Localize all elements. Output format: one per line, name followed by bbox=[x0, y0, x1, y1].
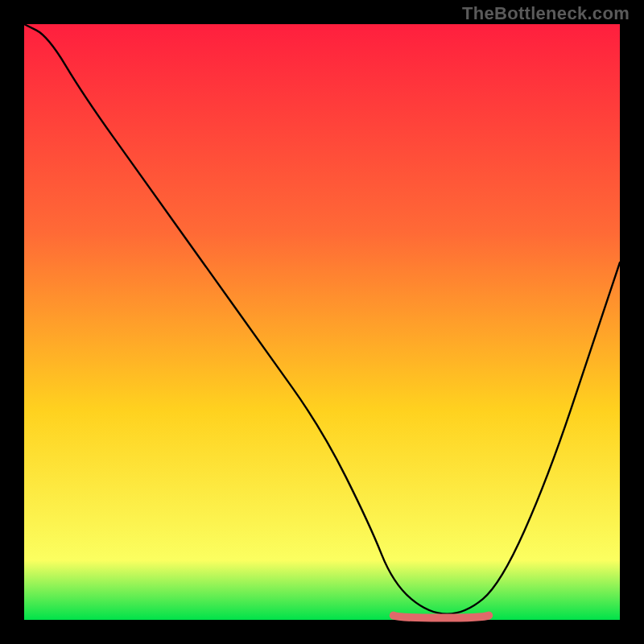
chart-frame: TheBottleneck.com bbox=[0, 0, 644, 644]
watermark-text: TheBottleneck.com bbox=[462, 3, 630, 24]
plot-background bbox=[24, 24, 620, 620]
optimal-range-marker bbox=[394, 616, 489, 618]
chart-canvas bbox=[0, 0, 644, 644]
